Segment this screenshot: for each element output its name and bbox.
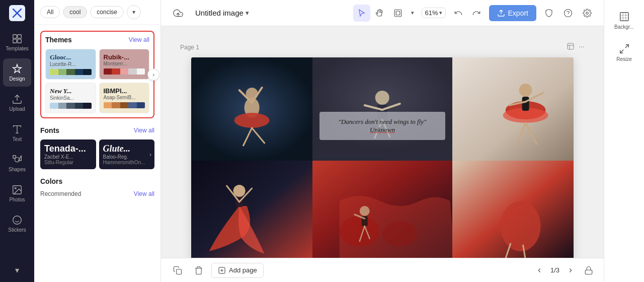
undo-btn[interactable]: [450, 5, 467, 22]
filter-bar: All cool concise ▾: [34, 0, 160, 25]
collage-cell-2[interactable]: "Dancers don't need wings to fly" Unknow…: [312, 57, 452, 161]
svg-rect-74: [585, 270, 592, 274]
page-nav: 1/3: [532, 263, 578, 277]
sidebar-item-upload[interactable]: Upload: [3, 89, 31, 117]
canvas-more-btn[interactable]: ···: [579, 42, 585, 52]
undo-redo-group: [450, 5, 485, 22]
font-card-tenada[interactable]: Tenada-... Zacbel X-E... Stilu-Regular: [40, 139, 96, 169]
settings-btn[interactable]: [579, 5, 596, 22]
font-card-glute[interactable]: Glute... Baloo-Reg. HammersmithOn... ›: [99, 139, 155, 169]
frame-tool-chevron[interactable]: ▾: [408, 5, 418, 22]
canvas-embed-btn[interactable]: [567, 42, 575, 52]
export-btn[interactable]: Export: [489, 5, 536, 21]
toolbar: Untitled image ▾ ▾: [161, 0, 604, 26]
right-panel-background[interactable]: Backgr...: [607, 6, 641, 34]
colors-view-all[interactable]: View all: [134, 190, 154, 197]
design-panel: All cool concise ▾ Themes View all Glooc…: [34, 0, 161, 282]
theme-card-newy[interactable]: New Y... SinkinSa...: [45, 83, 96, 113]
hand-tool-btn[interactable]: [371, 5, 388, 22]
sidebar-item-stickers[interactable]: Stickers: [3, 209, 31, 238]
zoom-chevron-icon: ▾: [439, 10, 442, 16]
collage-cell-4[interactable]: [191, 161, 312, 258]
svg-point-15: [13, 216, 22, 225]
svg-point-59: [360, 206, 370, 216]
frame-tool-btn[interactable]: [389, 5, 407, 22]
svg-point-29: [234, 113, 270, 128]
font-tenada-sub2: Stilu-Regular: [44, 160, 92, 165]
sidebar-item-stickers-label: Stickers: [8, 227, 26, 233]
theme-card-rubik[interactable]: Rubik-... Montserr...: [99, 49, 150, 80]
quote-text: "Dancers don't need wings to fly": [328, 118, 437, 126]
theme-newy-name: New Y...: [50, 87, 92, 95]
export-label: Export: [508, 9, 528, 17]
right-panel-resize-label: Resize: [616, 56, 632, 62]
collage-cell-6[interactable]: [452, 161, 574, 258]
colors-section: Colors Recommended View all: [40, 177, 154, 197]
canvas-container[interactable]: Page 1 ···: [161, 26, 604, 258]
collage-cell-3[interactable]: [452, 57, 574, 161]
sidebar-item-photos[interactable]: Photos: [3, 179, 31, 207]
toolbar-icon-group: [540, 5, 596, 22]
sidebar: Templates Design Upload Text Shapes: [0, 0, 34, 282]
filter-cool-btn[interactable]: cool: [63, 6, 87, 18]
page-count: 1/3: [550, 266, 559, 274]
sidebar-item-templates-label: Templates: [6, 46, 29, 51]
theme-card-glooc[interactable]: Glooc... Lucette-R...: [45, 49, 96, 80]
theme-glooc-sub: Lucette-R...: [50, 61, 92, 67]
fonts-view-all[interactable]: View all: [134, 127, 154, 134]
sidebar-item-shapes-label: Shapes: [9, 167, 26, 172]
zoom-group[interactable]: 61% ▾: [422, 8, 446, 18]
theme-glooc-name: Glooc...: [50, 53, 92, 61]
svg-point-24: [586, 12, 589, 14]
theme-rubik-sub: Montserr...: [104, 61, 145, 66]
filter-all-btn[interactable]: All: [40, 6, 60, 18]
delete-page-btn[interactable]: [190, 262, 207, 279]
filter-more-btn[interactable]: ▾: [127, 5, 141, 19]
themes-title: Themes: [45, 36, 72, 44]
app-logo[interactable]: [8, 4, 26, 22]
right-panel-resize[interactable]: Resize: [607, 38, 641, 66]
sidebar-item-templates[interactable]: Templates: [3, 28, 31, 56]
add-page-btn[interactable]: Add page: [211, 263, 264, 278]
themes-section: Themes View all Glooc... Lucette-R...: [40, 31, 154, 118]
sidebar-item-shapes[interactable]: Shapes: [3, 149, 31, 177]
colors-recommended-label: Recommended: [40, 190, 81, 197]
prev-page-btn[interactable]: [532, 263, 546, 277]
canvas[interactable]: "Dancers don't need wings to fly" Unknow…: [191, 57, 574, 258]
theme-card-ibm[interactable]: IBMPl... Asap-SemiB...: [99, 83, 150, 113]
collage-cell-5[interactable]: [312, 161, 452, 258]
panel-content: Themes View all Glooc... Lucette-R...: [34, 25, 160, 282]
sidebar-item-design-label: Design: [9, 76, 25, 82]
save-to-cloud-btn[interactable]: [169, 4, 187, 22]
svg-point-43: [519, 84, 532, 97]
sidebar-bottom: ▾: [3, 262, 31, 278]
sidebar-item-text-label: Text: [13, 136, 22, 142]
sidebar-item-design[interactable]: Design: [3, 58, 31, 87]
theme-glooc-colors: [50, 69, 92, 75]
theme-ibm-colors: [104, 102, 145, 108]
themes-next-arrow[interactable]: ›: [147, 68, 159, 81]
main-area: Untitled image ▾ ▾: [161, 0, 604, 282]
sidebar-item-text[interactable]: Text: [3, 119, 31, 147]
theme-newy-colors: [50, 103, 92, 109]
svg-point-36: [375, 91, 389, 105]
svg-line-77: [620, 49, 623, 52]
document-title-area[interactable]: Untitled image ▾: [191, 7, 253, 19]
svg-rect-75: [620, 12, 628, 21]
help-btn[interactable]: [559, 5, 577, 22]
next-page-btn[interactable]: [564, 263, 578, 277]
filter-concise-btn[interactable]: concise: [90, 6, 124, 18]
duplicate-page-btn[interactable]: [169, 262, 186, 279]
right-panel-background-label: Backgr...: [614, 24, 634, 30]
lock-btn[interactable]: [582, 263, 596, 277]
redo-btn[interactable]: [468, 5, 485, 22]
select-tool-btn[interactable]: [353, 5, 370, 22]
colors-sub-header: Recommended View all: [40, 190, 154, 197]
svg-rect-5: [13, 39, 17, 43]
sidebar-collapse-btn[interactable]: ▾: [3, 262, 31, 278]
theme-rubik-colors: [104, 68, 145, 75]
fonts-section: Fonts View all Tenada-... Zacbel X-E... …: [40, 126, 154, 169]
shield-btn[interactable]: [540, 5, 557, 22]
collage-cell-1[interactable]: [191, 57, 312, 161]
themes-view-all[interactable]: View all: [129, 36, 149, 43]
